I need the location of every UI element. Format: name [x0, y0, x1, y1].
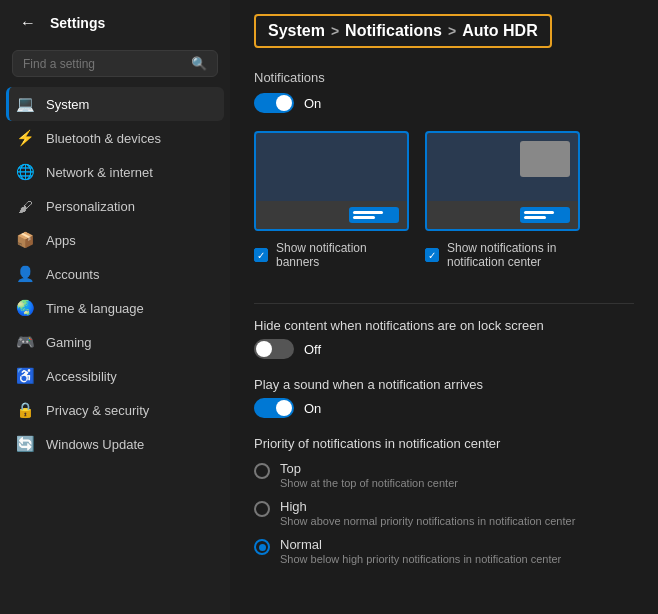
radio-high[interactable]: High Show above normal priority notifica…: [254, 495, 634, 531]
notifications-toggle-row: On: [254, 93, 634, 113]
notification-previews: [254, 131, 634, 231]
back-button[interactable]: ←: [16, 12, 40, 34]
radio-normal-title: Normal: [280, 537, 561, 552]
notification-center-preview: [425, 131, 580, 231]
radio-normal[interactable]: Normal Show below high priority notifica…: [254, 533, 634, 569]
sidebar-item-gaming[interactable]: 🎮 Gaming: [6, 325, 224, 359]
notif-lines: [353, 211, 383, 219]
breadcrumb-system: System: [268, 22, 325, 40]
sidebar-item-apps[interactable]: 📦 Apps: [6, 223, 224, 257]
sidebar-item-personalization[interactable]: 🖌 Personalization: [6, 189, 224, 223]
sidebar-item-label: Bluetooth & devices: [46, 131, 161, 146]
radio-normal-desc: Show below high priority notifications i…: [280, 553, 561, 565]
breadcrumb-sep-2: >: [448, 23, 456, 39]
notif-center-lines: [524, 211, 554, 219]
lock-screen-knob: [256, 341, 272, 357]
sidebar-item-label: Privacy & security: [46, 403, 149, 418]
notif-center-icon: [520, 207, 570, 223]
sound-toggle-label: On: [304, 401, 321, 416]
sidebar-item-label: Accessibility: [46, 369, 117, 384]
checkbox-row-group: ✓ Show notification banners ✓ Show notif…: [254, 241, 634, 285]
sidebar-item-network[interactable]: 🌐 Network & internet: [6, 155, 224, 189]
sidebar-item-label: Windows Update: [46, 437, 144, 452]
apps-icon: 📦: [16, 231, 34, 249]
sidebar-item-privacy[interactable]: 🔒 Privacy & security: [6, 393, 224, 427]
sound-knob: [276, 400, 292, 416]
radio-top-outer: [254, 463, 270, 479]
banners-checkbox-row: ✓ Show notification banners: [254, 241, 409, 269]
breadcrumb: System > Notifications > Auto HDR: [254, 14, 552, 48]
radio-high-outer: [254, 501, 270, 517]
sidebar-item-label: System: [46, 97, 89, 112]
sidebar-item-label: Network & internet: [46, 165, 153, 180]
lock-screen-toggle-row: Off: [254, 339, 634, 359]
bluetooth-icon: ⚡: [16, 129, 34, 147]
radio-top[interactable]: Top Show at the top of notification cent…: [254, 457, 634, 493]
lock-screen-toggle[interactable]: [254, 339, 294, 359]
sidebar-header: ← Settings: [0, 0, 230, 44]
lock-screen-label: Hide content when notifications are on l…: [254, 318, 634, 333]
sidebar-item-system[interactable]: 💻 System: [6, 87, 224, 121]
check-icon: ✓: [257, 250, 265, 261]
priority-group: Priority of notifications in notificatio…: [254, 436, 634, 569]
check-icon-2: ✓: [428, 250, 436, 261]
radio-top-title: Top: [280, 461, 458, 476]
nav-list: 💻 System ⚡ Bluetooth & devices 🌐 Network…: [0, 87, 230, 614]
main-content: System > Notifications > Auto HDR Notifi…: [230, 0, 658, 614]
radio-high-title: High: [280, 499, 575, 514]
sound-toggle-row: On: [254, 398, 634, 418]
gaming-icon: 🎮: [16, 333, 34, 351]
notifications-toggle-label: On: [304, 96, 321, 111]
radio-high-text: High Show above normal priority notifica…: [280, 499, 575, 527]
sidebar-item-label: Personalization: [46, 199, 135, 214]
sidebar-item-windows-update[interactable]: 🔄 Windows Update: [6, 427, 224, 461]
notif-center-line-1: [524, 211, 554, 214]
priority-label: Priority of notifications in notificatio…: [254, 436, 634, 451]
breadcrumb-sep-1: >: [331, 23, 339, 39]
notif-center-label: Show notifications in notification cente…: [447, 241, 580, 269]
windows-update-icon: 🔄: [16, 435, 34, 453]
banners-label: Show notification banners: [276, 241, 409, 269]
radio-top-desc: Show at the top of notification center: [280, 477, 458, 489]
personalization-icon: 🖌: [16, 197, 34, 215]
time-icon: 🌏: [16, 299, 34, 317]
sound-label: Play a sound when a notification arrives: [254, 377, 634, 392]
search-input[interactable]: [23, 57, 185, 71]
privacy-icon: 🔒: [16, 401, 34, 419]
sidebar-item-accounts[interactable]: 👤 Accounts: [6, 257, 224, 291]
sound-group: Play a sound when a notification arrives…: [254, 377, 634, 418]
sidebar-item-time[interactable]: 🌏 Time & language: [6, 291, 224, 325]
accounts-icon: 👤: [16, 265, 34, 283]
sidebar-item-accessibility[interactable]: ♿ Accessibility: [6, 359, 224, 393]
banners-checkbox[interactable]: ✓: [254, 248, 268, 262]
radio-high-desc: Show above normal priority notifications…: [280, 515, 575, 527]
sidebar-item-label: Apps: [46, 233, 76, 248]
radio-normal-outer: [254, 539, 270, 555]
search-icon: 🔍: [191, 56, 207, 71]
preview-gray-box: [520, 141, 570, 177]
system-icon: 💻: [16, 95, 34, 113]
lock-screen-group: Hide content when notifications are on l…: [254, 318, 634, 359]
banner-preview: [254, 131, 409, 231]
sidebar: ← Settings 🔍 💻 System ⚡ Bluetooth & devi…: [0, 0, 230, 614]
banner-notif-icon: [349, 207, 399, 223]
divider-1: [254, 303, 634, 304]
radio-group: Top Show at the top of notification cent…: [254, 457, 634, 569]
sidebar-item-label: Time & language: [46, 301, 144, 316]
notifications-toggle[interactable]: [254, 93, 294, 113]
notif-center-checkbox-row: ✓ Show notifications in notification cen…: [425, 241, 580, 269]
radio-normal-inner: [259, 544, 266, 551]
notif-center-line-2: [524, 216, 546, 219]
sidebar-item-bluetooth[interactable]: ⚡ Bluetooth & devices: [6, 121, 224, 155]
radio-normal-text: Normal Show below high priority notifica…: [280, 537, 561, 565]
sidebar-item-label: Accounts: [46, 267, 99, 282]
sound-toggle[interactable]: [254, 398, 294, 418]
notif-center-checkbox[interactable]: ✓: [425, 248, 439, 262]
banner-preview-bar: [256, 201, 407, 229]
radio-top-text: Top Show at the top of notification cent…: [280, 461, 458, 489]
lock-screen-toggle-label: Off: [304, 342, 321, 357]
accessibility-icon: ♿: [16, 367, 34, 385]
breadcrumb-notifications: Notifications: [345, 22, 442, 40]
search-box[interactable]: 🔍: [12, 50, 218, 77]
notif-center-preview-bar: [427, 201, 578, 229]
